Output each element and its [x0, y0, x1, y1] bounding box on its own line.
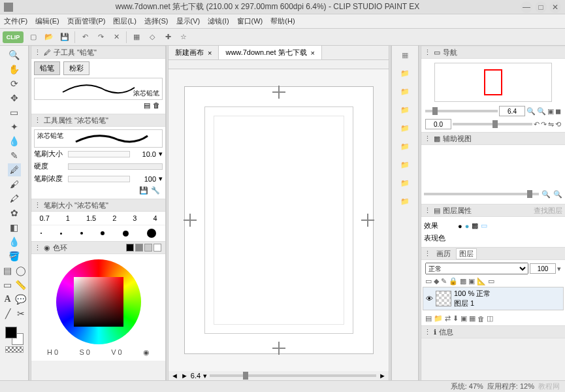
- nav-prev-icon[interactable]: ◄: [171, 372, 178, 380]
- menu-icon[interactable]: ▤: [144, 101, 150, 110]
- balloon-tool-icon[interactable]: 💬: [15, 293, 27, 306]
- brush-size-value[interactable]: 10.0: [133, 150, 156, 158]
- menu-view[interactable]: 显示(V): [176, 16, 201, 26]
- rotate-tool-icon[interactable]: ⟳: [8, 77, 21, 90]
- size-dot[interactable]: [60, 233, 62, 235]
- chevron-down-icon[interactable]: ▾: [557, 265, 561, 273]
- eye-icon[interactable]: 👁: [426, 295, 433, 302]
- color-panel-header[interactable]: ⋮ ◉ 色环: [31, 241, 165, 254]
- open-icon[interactable]: 📂: [43, 31, 55, 43]
- info-panel-header[interactable]: ⋮ ℹ 信息: [421, 325, 565, 338]
- menu-filter[interactable]: 滤镜(I): [208, 16, 229, 26]
- line-tool-icon[interactable]: ╱: [2, 307, 14, 320]
- airbrush-tool-icon[interactable]: 🖍: [8, 192, 21, 205]
- layer-item[interactable]: 👁 100 % 正常 图层 1: [423, 287, 564, 310]
- size-dot[interactable]: [40, 233, 42, 234]
- transfer-icon[interactable]: ⇄: [445, 314, 451, 323]
- chevron-down-icon[interactable]: ▾: [159, 150, 163, 158]
- reset-icon[interactable]: ⟲: [555, 120, 561, 129]
- swatch[interactable]: [144, 244, 152, 252]
- material-icon[interactable]: 📁: [398, 158, 412, 171]
- brush-tool-icon[interactable]: 🖌: [8, 178, 21, 191]
- size-0[interactable]: 0.7: [39, 214, 49, 222]
- menu-select[interactable]: 选择(S): [144, 16, 169, 26]
- eyedropper-tool-icon[interactable]: 💧: [8, 135, 21, 148]
- mask-icon[interactable]: ▣: [468, 277, 475, 286]
- zoom-tool-icon[interactable]: 🔍: [8, 48, 21, 61]
- brushsize-panel-header[interactable]: ⋮ 笔刷大小 "浓芯铅笔": [31, 199, 165, 212]
- new-layer-icon[interactable]: ▤: [425, 314, 432, 323]
- move-tool-icon[interactable]: ✥: [8, 91, 21, 105]
- opacity-slider[interactable]: [424, 193, 539, 195]
- actual-icon[interactable]: ◼: [555, 107, 561, 116]
- color-wheel[interactable]: [56, 259, 141, 344]
- layer-thumbnail[interactable]: [436, 291, 451, 306]
- nav-thumbnail[interactable]: [434, 63, 552, 102]
- menu-help[interactable]: 帮助(H): [270, 16, 295, 26]
- subtool-tab-pastel[interactable]: 粉彩: [63, 61, 89, 75]
- subtool-tab-pencil[interactable]: 铅笔: [34, 61, 60, 75]
- toolprop-panel-header[interactable]: ⋮ 工具属性 "浓芯铅笔": [31, 114, 165, 127]
- layer-opacity-input[interactable]: [530, 263, 556, 274]
- eraser-tool-icon[interactable]: ◧: [8, 221, 21, 234]
- zoom-slider[interactable]: [210, 374, 376, 377]
- layer-item-name[interactable]: 图层 1: [454, 299, 491, 308]
- trash-icon[interactable]: 🗑: [477, 315, 485, 323]
- close-tab-icon[interactable]: ×: [311, 49, 315, 57]
- layer-color-box[interactable]: ▭: [488, 277, 494, 286]
- select-all-icon[interactable]: ▦: [131, 31, 142, 43]
- stroke-preview[interactable]: 浓芯铅笔: [34, 78, 163, 100]
- shape-tool-icon[interactable]: ◯: [15, 264, 27, 277]
- new-icon[interactable]: ▢: [27, 31, 39, 43]
- gradient-tool-icon[interactable]: ▤: [2, 264, 14, 277]
- menu-edit[interactable]: 编辑(E): [35, 16, 59, 26]
- marquee-tool-icon[interactable]: ▭: [8, 106, 21, 119]
- transform-icon[interactable]: ☆: [178, 31, 189, 43]
- canvas-page[interactable]: [184, 86, 374, 354]
- deco-tool-icon[interactable]: ✿: [8, 206, 21, 220]
- merge-icon[interactable]: ⬇: [453, 314, 459, 323]
- fit-icon[interactable]: ▣: [547, 107, 554, 116]
- text-tool-icon[interactable]: A: [2, 293, 14, 306]
- pattern-swatch[interactable]: [5, 346, 24, 353]
- trash-icon[interactable]: 🗑: [153, 101, 160, 110]
- zoom-out-icon[interactable]: 🔍: [526, 107, 536, 116]
- menu-page[interactable]: 页面管理(P): [67, 16, 106, 26]
- swatch[interactable]: [126, 244, 134, 252]
- material-icon[interactable]: 📁: [398, 85, 412, 98]
- size-5[interactable]: 4: [153, 214, 157, 222]
- delete-icon[interactable]: ✕: [110, 31, 122, 43]
- material-icon[interactable]: 📁: [398, 67, 412, 80]
- two-pane-icon[interactable]: ◫: [487, 314, 493, 323]
- apply-mask-icon[interactable]: ▦: [469, 314, 476, 323]
- border-icon[interactable]: ●: [458, 222, 462, 230]
- hardness-slider[interactable]: [68, 163, 163, 170]
- fill-tool-icon[interactable]: 🪣: [8, 250, 21, 263]
- swatch[interactable]: [135, 244, 143, 252]
- draft-icon[interactable]: ✎: [441, 277, 447, 286]
- canvas-viewport[interactable]: [169, 69, 389, 371]
- size-dot[interactable]: [80, 232, 83, 235]
- material-icon[interactable]: 📁: [398, 176, 412, 189]
- material-icon[interactable]: 📁: [398, 122, 412, 135]
- pencil-tool-icon[interactable]: 🖉: [8, 163, 21, 176]
- clip-icon[interactable]: ▭: [425, 277, 432, 286]
- close-tab-icon[interactable]: ×: [208, 49, 212, 57]
- blend-mode-select[interactable]: 正常: [425, 263, 528, 274]
- size-2[interactable]: 1.5: [86, 214, 96, 222]
- rotate-left-icon[interactable]: ↶: [534, 120, 540, 129]
- scroll-right-icon[interactable]: ►: [379, 372, 386, 380]
- lock-alpha-icon[interactable]: ▩: [460, 277, 466, 286]
- doc-tab-0[interactable]: 新建画布 ×: [169, 46, 219, 59]
- layerprop-panel-header[interactable]: ⋮ ▤ 图层属性 查找图层: [421, 204, 565, 217]
- undo-icon[interactable]: ↶: [79, 31, 91, 43]
- size-dot[interactable]: [123, 231, 129, 237]
- size-1[interactable]: 1: [66, 214, 70, 222]
- density-value[interactable]: 100: [133, 175, 156, 183]
- blend-tool-icon[interactable]: 💧: [8, 235, 21, 248]
- zoom-out-icon[interactable]: ▾: [203, 372, 207, 380]
- menu-layer[interactable]: 图层(L): [113, 16, 136, 26]
- menu-file[interactable]: 文件(F): [4, 16, 27, 26]
- brush-size-slider[interactable]: [68, 151, 130, 157]
- layer-color-icon[interactable]: ▭: [481, 221, 487, 230]
